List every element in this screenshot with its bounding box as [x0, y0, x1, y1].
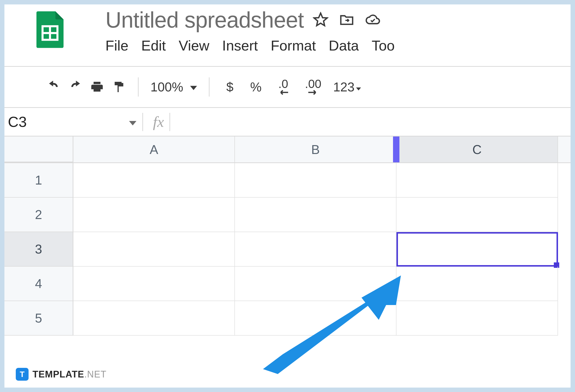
- svg-marker-3: [314, 13, 327, 26]
- caret-down-icon: [129, 113, 136, 130]
- toolbar-separator: [138, 77, 139, 97]
- menu-file[interactable]: File: [105, 37, 128, 54]
- cell-b1[interactable]: [235, 163, 396, 197]
- name-box[interactable]: C3: [4, 108, 142, 136]
- formula-bar: C3 fx: [4, 108, 571, 137]
- zoom-dropdown[interactable]: 100%: [150, 80, 197, 94]
- row-1: 1: [4, 163, 571, 197]
- print-icon[interactable]: [90, 80, 104, 94]
- format-percent-button[interactable]: %: [245, 80, 266, 94]
- redo-icon[interactable]: [68, 80, 83, 94]
- row-header-5[interactable]: 5: [4, 301, 73, 336]
- cell-b2[interactable]: [235, 197, 396, 232]
- app-window: Untitled spreadsheet File Edit View: [4, 4, 571, 388]
- increase-decimal-button[interactable]: .00: [300, 78, 326, 96]
- star-icon[interactable]: [313, 12, 329, 28]
- cell-c1[interactable]: [396, 163, 558, 197]
- menu-edit[interactable]: Edit: [141, 37, 166, 54]
- cell-b4[interactable]: [235, 267, 396, 301]
- cell-a5[interactable]: [73, 301, 235, 336]
- number-format-dropdown[interactable]: 123: [333, 80, 361, 94]
- row-4: 4: [4, 267, 571, 301]
- menu-tools[interactable]: Too: [372, 37, 395, 54]
- row-header-1[interactable]: 1: [4, 163, 73, 197]
- row-header-4[interactable]: 4: [4, 267, 73, 301]
- column-header-c[interactable]: C: [396, 137, 558, 162]
- cell-a1[interactable]: [73, 163, 235, 197]
- row-3: 3: [4, 232, 571, 267]
- cell-a2[interactable]: [73, 197, 235, 232]
- cell-a4[interactable]: [73, 267, 235, 301]
- row-5: 5: [4, 301, 571, 336]
- row-header-3[interactable]: 3: [4, 232, 73, 267]
- column-header-b[interactable]: B: [235, 137, 396, 162]
- watermark-text: TEMPLATE.NET: [32, 369, 107, 380]
- cell-a3[interactable]: [73, 232, 235, 267]
- menu-data[interactable]: Data: [329, 37, 359, 54]
- column-header-a[interactable]: A: [73, 137, 235, 162]
- toolbar: 100% $ % .0 .00 123: [4, 66, 571, 108]
- move-folder-icon[interactable]: [339, 12, 355, 28]
- zoom-value: 100%: [150, 80, 183, 94]
- svg-marker-4: [190, 86, 197, 90]
- cell-c3[interactable]: [396, 232, 558, 267]
- spreadsheet-grid: A B C 1 2 3 4 5: [4, 137, 571, 336]
- menu-view[interactable]: View: [179, 37, 209, 54]
- header: Untitled spreadsheet File Edit View: [4, 4, 571, 66]
- menubar: File Edit View Insert Format Data Too: [105, 37, 395, 54]
- watermark-badge-icon: T: [16, 368, 28, 381]
- cell-b5[interactable]: [235, 301, 396, 336]
- column-headers: A B C: [4, 137, 571, 163]
- row-2: 2: [4, 197, 571, 232]
- caret-down-icon: [190, 80, 197, 94]
- separator: [142, 113, 143, 131]
- separator: [169, 113, 170, 131]
- fx-label: fx: [147, 113, 169, 131]
- cell-c2[interactable]: [396, 197, 558, 232]
- document-title[interactable]: Untitled spreadsheet: [105, 7, 304, 33]
- watermark: T TEMPLATE.NET: [16, 368, 107, 381]
- svg-marker-5: [356, 87, 361, 90]
- cell-c5[interactable]: [396, 301, 558, 336]
- name-box-value: C3: [8, 113, 27, 130]
- select-all-corner[interactable]: [4, 137, 73, 162]
- menu-format[interactable]: Format: [271, 37, 316, 54]
- cell-b3[interactable]: [235, 232, 396, 267]
- toolbar-separator: [209, 77, 210, 97]
- sheets-logo-icon: [36, 11, 64, 48]
- cloud-status-icon[interactable]: [365, 12, 381, 28]
- undo-icon[interactable]: [46, 80, 61, 94]
- cell-c4[interactable]: [396, 267, 558, 301]
- menu-insert[interactable]: Insert: [222, 37, 258, 54]
- row-header-2[interactable]: 2: [4, 197, 73, 232]
- svg-marker-6: [129, 121, 136, 125]
- paint-format-icon[interactable]: [111, 80, 126, 94]
- format-currency-button[interactable]: $: [221, 80, 238, 94]
- decrease-decimal-button[interactable]: .0: [273, 78, 293, 96]
- caret-down-icon: [356, 80, 361, 94]
